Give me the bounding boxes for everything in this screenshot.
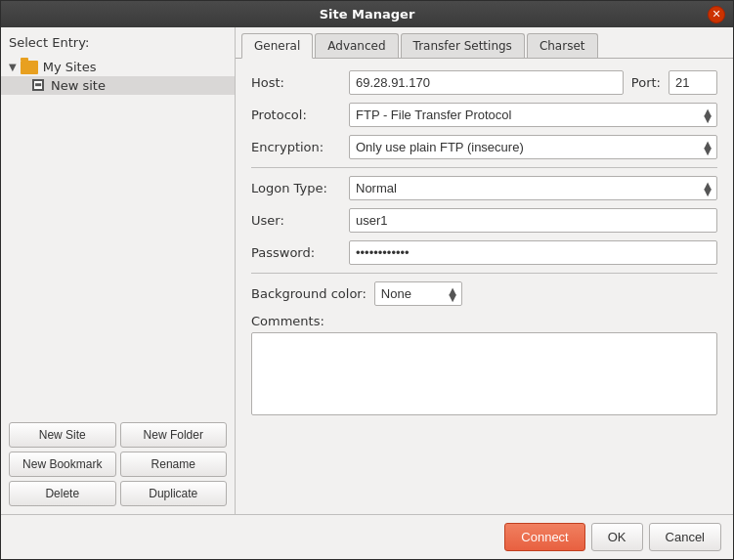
- user-input[interactable]: [349, 208, 717, 233]
- new-site-button[interactable]: New Site: [9, 422, 116, 448]
- monitor-icon: ▬: [34, 80, 42, 89]
- password-row: Password:: [251, 240, 717, 265]
- bg-color-select[interactable]: None Red Green Blue Yellow: [374, 281, 462, 306]
- expand-arrow-icon: ▼: [9, 62, 17, 72]
- cancel-button[interactable]: Cancel: [649, 523, 721, 551]
- titlebar: Site Manager ✕: [1, 1, 733, 27]
- duplicate-button[interactable]: Duplicate: [120, 481, 228, 506]
- tree-site-item[interactable]: ▬ New site: [1, 76, 235, 95]
- folder-icon: [21, 61, 38, 74]
- host-row: Host: Port:: [251, 70, 717, 95]
- close-icon: ✕: [712, 9, 720, 20]
- comments-textarea[interactable]: [251, 332, 717, 415]
- password-label: Password:: [251, 245, 349, 260]
- bottom-bar: Connect OK Cancel: [1, 514, 733, 559]
- port-input[interactable]: [669, 70, 717, 95]
- left-buttons: New Site New Folder New Bookmark Rename …: [1, 414, 235, 514]
- encryption-select-wrapper: Only use plain FTP (insecure) Use explic…: [349, 135, 717, 159]
- divider-1: [251, 167, 717, 168]
- bg-color-select-wrapper: None Red Green Blue Yellow ▲▼: [374, 281, 462, 306]
- new-bookmark-button[interactable]: New Bookmark: [9, 452, 116, 477]
- protocol-select-wrapper: FTP - File Transfer Protocol SFTP - SSH …: [349, 103, 717, 127]
- host-port-row: Port:: [349, 70, 717, 95]
- comments-section: Comments:: [251, 314, 717, 418]
- user-label: User:: [251, 213, 349, 228]
- tree-folder-item[interactable]: ▼ My Sites: [1, 58, 235, 76]
- port-label: Port:: [631, 75, 661, 90]
- close-button[interactable]: ✕: [708, 6, 725, 23]
- bg-color-label: Background color:: [251, 286, 367, 301]
- ok-button[interactable]: OK: [591, 523, 643, 551]
- encryption-row: Encryption: Only use plain FTP (insecure…: [251, 135, 717, 159]
- site-icon-inner: ▬: [32, 79, 44, 91]
- protocol-row: Protocol: FTP - File Transfer Protocol S…: [251, 103, 717, 127]
- encryption-label: Encryption:: [251, 140, 349, 154]
- tab-general[interactable]: General: [241, 33, 313, 59]
- select-entry-label: Select Entry:: [1, 27, 235, 54]
- logon-type-row: Logon Type: Normal Anonymous Ask for pas…: [251, 176, 717, 200]
- connect-button[interactable]: Connect: [504, 523, 584, 551]
- tree-area: ▼ My Sites ▬ New site: [1, 54, 235, 414]
- tab-advanced[interactable]: Advanced: [315, 33, 398, 58]
- encryption-select[interactable]: Only use plain FTP (insecure) Use explic…: [349, 135, 717, 159]
- left-panel: Select Entry: ▼ My Sites ▬ New site: [1, 27, 236, 514]
- host-label: Host:: [251, 75, 349, 90]
- new-folder-button[interactable]: New Folder: [120, 422, 228, 448]
- logon-type-select[interactable]: Normal Anonymous Ask for password Intera…: [349, 176, 717, 200]
- password-input[interactable]: [349, 240, 717, 265]
- folder-label: My Sites: [43, 60, 97, 74]
- delete-button[interactable]: Delete: [9, 481, 116, 506]
- protocol-label: Protocol:: [251, 108, 349, 122]
- bg-color-row: Background color: None Red Green Blue Ye…: [251, 281, 717, 306]
- logon-type-select-wrapper: Normal Anonymous Ask for password Intera…: [349, 176, 717, 200]
- site-label: New site: [51, 78, 106, 93]
- tab-content-general: Host: Port: Protocol: FTP - File Transfe…: [236, 59, 733, 514]
- tab-transfer-settings[interactable]: Transfer Settings: [401, 33, 525, 58]
- window-title: Site Manager: [320, 7, 415, 22]
- user-row: User:: [251, 208, 717, 233]
- main-content: Select Entry: ▼ My Sites ▬ New site: [1, 27, 733, 514]
- protocol-select[interactable]: FTP - File Transfer Protocol SFTP - SSH …: [349, 103, 717, 127]
- tab-charset[interactable]: Charset: [527, 33, 598, 58]
- tabs-bar: General Advanced Transfer Settings Chars…: [236, 27, 733, 59]
- comments-label: Comments:: [251, 314, 717, 328]
- logon-type-label: Logon Type:: [251, 181, 349, 195]
- site-icon: ▬: [32, 79, 46, 93]
- divider-2: [251, 273, 717, 274]
- site-manager-window: Site Manager ✕ Select Entry: ▼ My Sites …: [0, 0, 734, 560]
- host-input[interactable]: [349, 70, 624, 95]
- right-panel: General Advanced Transfer Settings Chars…: [236, 27, 733, 514]
- rename-button[interactable]: Rename: [120, 452, 228, 477]
